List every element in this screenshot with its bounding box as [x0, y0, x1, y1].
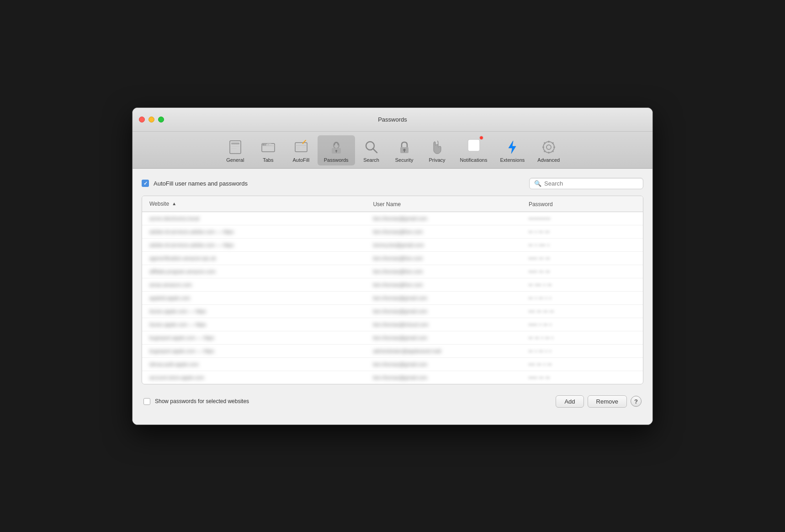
cell-password: ••••••••••: [529, 215, 636, 222]
tab-security[interactable]: Security: [388, 135, 421, 165]
svg-rect-5: [262, 144, 266, 146]
cell-password: •• •• • •• •: [529, 335, 636, 341]
cell-password: •• • •• • •: [529, 295, 636, 301]
tab-extensions[interactable]: Extensions: [493, 135, 531, 165]
tab-notifications[interactable]: Notifications: [454, 135, 494, 165]
svg-line-24: [373, 149, 377, 153]
col-header-password[interactable]: Password: [529, 200, 636, 208]
cell-password: •• • •• • •: [529, 348, 636, 354]
cell-username: ben.thomas@gmail.com: [373, 374, 528, 381]
tab-tabs[interactable]: Tabs: [252, 135, 285, 165]
table-row[interactable]: bugreport.apple.com — https ben.thomas@g…: [142, 331, 643, 345]
tab-general-label: General: [226, 157, 244, 163]
table-row[interactable]: acme-electronics.local ben.thomas@gmail.…: [142, 212, 643, 225]
autofill-left: AutoFill user names and passwords: [142, 180, 248, 187]
cell-website: adobe-id.services.adobe.com — https: [149, 229, 373, 235]
svg-rect-6: [267, 144, 271, 146]
tab-extensions-label: Extensions: [500, 157, 525, 163]
main-window: Passwords General: [132, 107, 653, 425]
col-header-website[interactable]: Website ▲: [149, 200, 373, 208]
tab-tabs-label: Tabs: [263, 157, 273, 163]
table-row[interactable]: itunes.apple.com — https ben.thomas@gmai…: [142, 305, 643, 318]
cell-website: ageverification.amazon-ips.uk: [149, 255, 373, 261]
table-row[interactable]: account.store.apple.com ben.thomas@gmail…: [142, 371, 643, 384]
bottom-buttons: Add Remove ?: [556, 395, 642, 408]
cell-username: tommy.lee@gmail.com: [373, 242, 528, 248]
help-button[interactable]: ?: [631, 396, 642, 407]
tab-search[interactable]: Search: [355, 135, 388, 165]
cell-website: idmsa.auth.apple.com: [149, 361, 373, 367]
autofill-icon: [292, 138, 310, 156]
tab-autofill[interactable]: AutoFill: [285, 135, 318, 165]
tab-advanced[interactable]: Advanced: [531, 135, 566, 165]
table-row[interactable]: idmsa.auth.apple.com ben.thomas@gmail.co…: [142, 358, 643, 371]
tab-general[interactable]: General: [219, 135, 252, 165]
cell-website: bugreport.apple.com — https: [149, 335, 373, 341]
svg-point-32: [546, 145, 551, 149]
cell-password: •••• •• ••: [529, 374, 636, 381]
cell-username: ben.thomas@gmail.com: [373, 308, 528, 314]
notification-badge: [479, 136, 483, 140]
svg-rect-15: [297, 149, 299, 149]
svg-rect-14: [297, 147, 300, 148]
search-toolbar-icon: [362, 138, 381, 156]
privacy-icon: [428, 138, 446, 156]
svg-rect-2: [231, 146, 239, 147]
passwords-icon: [327, 138, 345, 156]
cell-password: •• ••• • ••: [529, 282, 636, 288]
cell-website: bugreport.apple.com — https: [149, 348, 373, 354]
title-bar: Passwords: [133, 108, 652, 132]
autofill-row: AutoFill user names and passwords 🔍: [142, 178, 643, 189]
col-header-username[interactable]: User Name: [373, 200, 528, 208]
table-row[interactable]: adobe-id.services.adobe.com — https ben.…: [142, 225, 643, 239]
tab-advanced-label: Advanced: [537, 157, 560, 163]
search-box: 🔍: [529, 178, 643, 189]
search-icon: 🔍: [534, 180, 541, 187]
tab-privacy[interactable]: Privacy: [421, 135, 454, 165]
cell-username: administrator@appleseed.mail: [373, 348, 528, 354]
toolbar-items: General Tabs: [210, 132, 575, 168]
table-row[interactable]: appleid.apple.com ben.thomas@gmail.com •…: [142, 292, 643, 305]
cell-password: •••• •• ••: [529, 255, 636, 261]
show-passwords-checkbox[interactable]: [143, 398, 150, 405]
autofill-checkbox[interactable]: [142, 180, 149, 187]
table-row[interactable]: amas.amazon.com ben.thomas@live.com •• •…: [142, 278, 643, 292]
table-row[interactable]: bugreport.apple.com — https administrato…: [142, 345, 643, 358]
password-header-label: Password: [529, 201, 553, 207]
table-row[interactable]: adobe-id.services.adobe.com — https tomm…: [142, 239, 643, 252]
cell-website: adobe-id.services.adobe.com — https: [149, 242, 373, 248]
extensions-icon: [503, 138, 521, 156]
tab-passwords[interactable]: Passwords: [318, 135, 355, 165]
table-body: acme-electronics.local ben.thomas@gmail.…: [142, 212, 643, 384]
cell-website: account.store.apple.com: [149, 374, 373, 381]
tab-passwords-label: Passwords: [324, 157, 349, 163]
advanced-icon: [540, 138, 558, 156]
svg-point-26: [403, 149, 405, 151]
svg-marker-18: [302, 143, 304, 144]
svg-rect-1: [231, 143, 239, 144]
cell-username: ben.thomas@icloud.com: [373, 321, 528, 328]
minimize-button[interactable]: [149, 117, 154, 122]
add-button[interactable]: Add: [556, 395, 583, 408]
maximize-button[interactable]: [158, 117, 164, 122]
sort-arrow-icon: ▲: [172, 201, 176, 206]
cell-username: ben.thomas@gmail.com: [373, 295, 528, 301]
tab-notifications-label: Notifications: [460, 157, 488, 163]
tab-privacy-label: Privacy: [429, 157, 446, 163]
traffic-lights: [139, 117, 164, 122]
security-icon: [395, 138, 414, 156]
table-header: Website ▲ User Name Password: [142, 196, 643, 212]
cell-username: ben.thomas@gmail.com: [373, 335, 528, 341]
cell-username: ben.thomas@gmail.com: [373, 215, 528, 222]
cell-password: •••• •• ••: [529, 268, 636, 275]
content-area: AutoFill user names and passwords 🔍 Webs…: [133, 169, 652, 425]
bottom-bar: Show passwords for selected websites Add…: [142, 391, 643, 410]
cell-password: ••• •• • ••: [529, 361, 636, 367]
table-row[interactable]: ageverification.amazon-ips.uk ben.thomas…: [142, 252, 643, 265]
svg-marker-30: [509, 141, 516, 154]
table-row[interactable]: affiliate.program.amazon.com ben.thomas@…: [142, 265, 643, 278]
search-input[interactable]: [544, 180, 638, 187]
table-row[interactable]: itunes.apple.com — https ben.thomas@iclo…: [142, 318, 643, 331]
remove-button[interactable]: Remove: [588, 395, 627, 408]
close-button[interactable]: [139, 117, 145, 122]
